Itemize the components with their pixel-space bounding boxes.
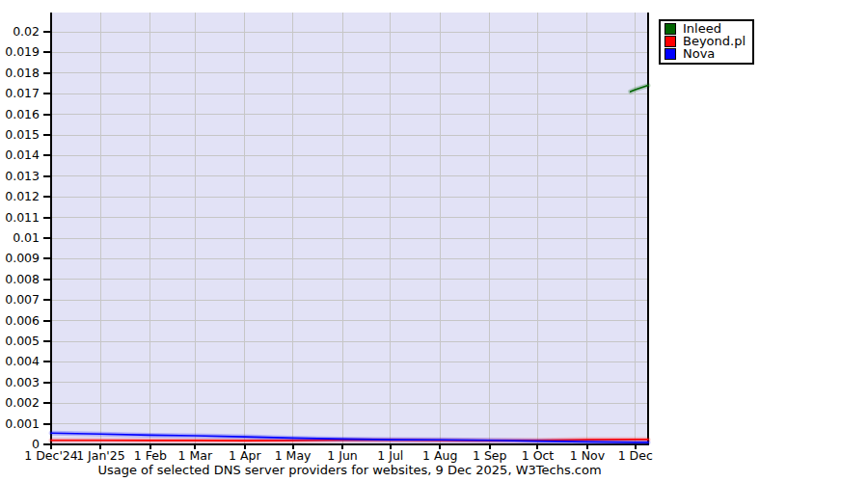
chart-svg: 00.0010.0020.0030.0040.0050.0060.0070.00… [0,0,868,482]
y-tick-label: 0.001 [5,416,40,431]
y-tick-label: 0.013 [5,169,40,183]
y-tick-label: 0.011 [5,210,40,225]
y-tick-label: 0.003 [5,375,40,389]
x-tick-label: 1 May [275,448,312,463]
y-tick-label: 0.015 [5,127,40,142]
x-tick-label: 1 Nov [570,448,606,463]
y-tick-label: 0.006 [5,313,40,328]
y-tick-label: 0.014 [5,147,40,162]
y-tick-label: 0.01 [13,230,40,245]
x-tick-label: 1 Jun [327,448,357,463]
x-tick-label: 1 Jul [377,448,403,463]
y-tick-label: 0.008 [5,272,40,286]
x-tick-label: 1 Mar [178,448,213,463]
y-tick-label: 0.02 [13,24,40,39]
x-tick-label: 1 Feb [134,448,167,463]
chart-title: Usage of selected DNS server providers f… [51,463,648,477]
x-tick-label: 1 Dec [618,448,653,463]
legend-label-nova: Nova [683,48,715,60]
legend: Inleed Beyond.pl Nova [659,19,754,65]
y-tick-label: 0.002 [5,395,40,410]
y-tick-label: 0.012 [5,189,40,203]
y-tick-label: 0.007 [5,292,40,307]
y-tick-label: 0.017 [5,86,40,100]
legend-swatch-inleed [665,23,676,35]
plot-area [51,13,648,444]
chart-page: 00.0010.0020.0030.0040.0050.0060.0070.00… [0,0,868,482]
x-tick-label: 1 Dec'24 [24,448,78,463]
y-tick-label: 0.019 [5,44,40,59]
legend-swatch-nova [665,48,676,60]
legend-item-nova: Nova [665,48,746,60]
x-tick-label: 1 Oct [522,448,555,463]
x-tick-label: 1 Jan'25 [76,448,125,463]
x-tick-label: 1 Sep [473,448,507,463]
y-tick-label: 0.005 [5,334,40,348]
y-tick-label: 0.016 [5,107,40,121]
y-tick-label: 0.009 [5,251,40,265]
y-tick-label: 0.004 [5,354,40,368]
y-tick-label: 0.018 [5,66,40,80]
x-tick-label: 1 Apr [229,448,261,463]
x-tick-label: 1 Aug [422,448,457,463]
legend-swatch-beyondpl [665,36,676,47]
